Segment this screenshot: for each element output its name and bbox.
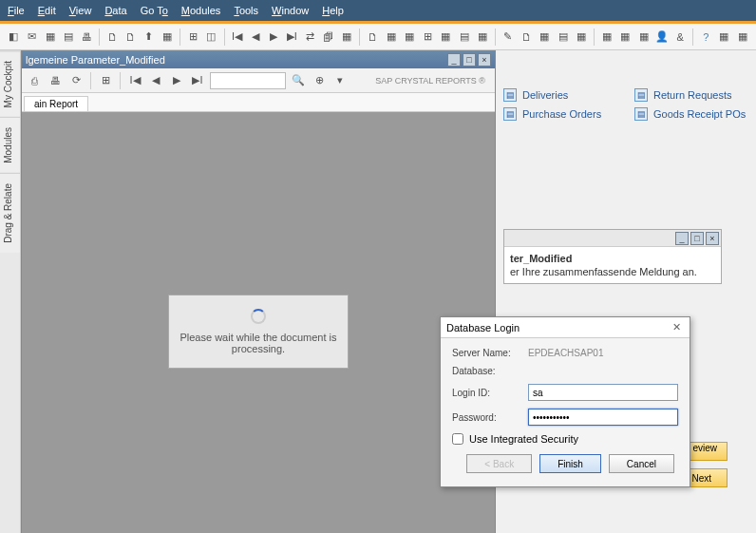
nav-prev-icon[interactable]: ◀ xyxy=(248,29,263,46)
toolbar-icon[interactable]: & xyxy=(672,29,688,46)
toolbar-icon[interactable]: ▤ xyxy=(456,29,471,46)
toolbar-icon[interactable]: ▦ xyxy=(160,29,175,46)
menu-help[interactable]: Help xyxy=(322,5,344,16)
link-return-requests[interactable]: ▤Return Requests xyxy=(634,88,747,102)
print-icon[interactable]: 🖶 xyxy=(47,72,64,89)
doc-icon: ▤ xyxy=(503,107,517,121)
refresh-icon[interactable]: ⟳ xyxy=(67,72,85,89)
close-icon[interactable]: × xyxy=(706,232,719,245)
link-purchase-orders[interactable]: ▤Purchase Orders xyxy=(503,107,615,121)
help-icon[interactable]: ? xyxy=(698,29,713,46)
toolbar-icon[interactable]: ▦ xyxy=(599,29,614,46)
toolbar-icon[interactable]: 🖶 xyxy=(79,29,94,46)
toolbar-icon[interactable]: ▦ xyxy=(735,29,750,46)
menu-data[interactable]: Data xyxy=(104,5,126,16)
zoom-icon[interactable]: ⊕ xyxy=(311,72,328,89)
back-button: < Back xyxy=(466,454,532,473)
toolbar-icon[interactable]: ▦ xyxy=(43,29,58,46)
database-login-dialog: Database Login ✕ Server Name: EPDEACHSAP… xyxy=(440,316,690,487)
close-icon[interactable]: × xyxy=(478,53,491,67)
menu-edit[interactable]: Edit xyxy=(38,5,56,16)
minimize-icon[interactable]: _ xyxy=(675,232,689,245)
toolbar-icon[interactable]: ◧ xyxy=(6,29,21,46)
tree-icon[interactable]: ⊞ xyxy=(97,72,114,89)
toolbar-icon[interactable]: ⬆ xyxy=(142,29,157,46)
dropdown-icon[interactable]: ▾ xyxy=(331,72,349,89)
menu-modules[interactable]: Modules xyxy=(181,5,221,16)
nav-next-icon[interactable]: ▶ xyxy=(168,72,185,89)
toolbar-icon[interactable]: ✉ xyxy=(24,29,39,46)
toolbar-icon[interactable]: 🗋 xyxy=(104,29,120,46)
toolbar-icon[interactable]: ◫ xyxy=(203,29,218,46)
nav-last-icon[interactable]: ▶I xyxy=(189,72,206,89)
toolbar-icon[interactable]: 🗋 xyxy=(519,29,534,46)
report-canvas: Please wait while the document is proces… xyxy=(22,112,495,533)
page-input[interactable] xyxy=(210,72,286,89)
side-tab-modules[interactable]: Modules xyxy=(0,117,20,173)
menu-file[interactable]: FFileile xyxy=(8,5,25,16)
report-tabs: ain Report xyxy=(22,93,495,112)
menu-tools[interactable]: Tools xyxy=(234,5,258,16)
password-input[interactable] xyxy=(528,409,678,426)
toolbar-icon[interactable]: ▦ xyxy=(402,29,417,46)
toolbar-icon[interactable]: ▦ xyxy=(574,29,589,46)
processing-text: Please wait while the document is proces… xyxy=(179,332,338,354)
toolbar-icon[interactable]: ▦ xyxy=(617,29,633,46)
sub-window: _ □ × ter_Modified er Ihre zusammenfasse… xyxy=(503,229,722,284)
nav-last-icon[interactable]: ▶I xyxy=(284,29,299,46)
processing-dialog: Please wait while the document is proces… xyxy=(168,295,349,369)
user-icon[interactable]: 👤 xyxy=(654,29,670,46)
doc-icon: ▤ xyxy=(503,88,517,102)
maximize-icon[interactable]: □ xyxy=(463,53,476,67)
toolbar-icon[interactable]: ▦ xyxy=(537,29,552,46)
menu-window[interactable]: Window xyxy=(272,5,309,16)
toolbar-icon[interactable]: ▦ xyxy=(635,29,651,46)
toolbar-icon[interactable]: ▦ xyxy=(438,29,453,46)
doc-icon: ▤ xyxy=(634,88,648,102)
nav-next-icon[interactable]: ▶ xyxy=(266,29,281,46)
main-toolbar: ◧ ✉ ▦ ▤ 🖶 🗋 🗋 ⬆ ▦ ⊞ ◫ I◀ ◀ ▶ ▶I ⇄ 🗐 ▦ 🗋 … xyxy=(0,24,756,50)
toolbar-icon[interactable]: ⊞ xyxy=(420,29,435,46)
toolbar-icon[interactable]: ▤ xyxy=(556,29,571,46)
login-input[interactable] xyxy=(528,384,678,401)
menu-bar: FFileile Edit View Data Go To Modules To… xyxy=(0,0,756,21)
report-titlebar[interactable]: lgemeine Parameter_Modified _ □ × xyxy=(22,51,495,68)
toolbar-icon[interactable]: ▦ xyxy=(383,29,398,46)
spinner-icon xyxy=(251,309,266,324)
nav-first-icon[interactable]: I◀ xyxy=(126,72,143,89)
right-pane: ▤Deliveries ▤Return Requests ▤Purchase O… xyxy=(503,88,747,121)
minimize-icon[interactable]: _ xyxy=(447,53,461,67)
side-tab-drag[interactable]: Drag & Relate xyxy=(0,173,20,253)
toolbar-icon[interactable]: 🗋 xyxy=(365,29,380,46)
password-label: Password: xyxy=(452,412,528,423)
finish-button[interactable]: Finish xyxy=(539,454,601,473)
toolbar-icon[interactable]: 🗋 xyxy=(123,29,138,46)
toolbar-icon[interactable]: ▤ xyxy=(61,29,76,46)
toolbar-icon[interactable]: ⇄ xyxy=(302,29,317,46)
link-goods-receipt[interactable]: ▤Goods Receipt POs xyxy=(634,107,747,121)
report-toolbar: ⎙ 🖶 ⟳ ⊞ I◀ ◀ ▶ ▶I 🔍 ⊕ ▾ SAP CRYSTAL REPO… xyxy=(22,68,495,93)
toolbar-icon[interactable]: ▦ xyxy=(339,29,354,46)
side-tab-cockpit[interactable]: My Cockpit xyxy=(0,50,20,117)
tab-main-report[interactable]: ain Report xyxy=(24,96,88,111)
close-icon[interactable]: ✕ xyxy=(669,320,684,335)
report-window: lgemeine Parameter_Modified _ □ × ⎙ 🖶 ⟳ … xyxy=(21,50,496,533)
side-tabs: My Cockpit Modules Drag & Relate xyxy=(0,50,21,533)
menu-goto[interactable]: Go To xyxy=(141,5,168,16)
link-deliveries[interactable]: ▤Deliveries xyxy=(503,88,615,102)
toolbar-icon[interactable]: ▦ xyxy=(475,29,490,46)
nav-first-icon[interactable]: I◀ xyxy=(229,29,244,46)
cancel-button[interactable]: Cancel xyxy=(609,454,674,473)
pencil-icon[interactable]: ✎ xyxy=(501,29,516,46)
report-title-text: lgemeine Parameter_Modified xyxy=(26,54,165,66)
dialog-titlebar[interactable]: Database Login ✕ xyxy=(441,317,690,338)
search-icon[interactable]: 🔍 xyxy=(290,72,307,89)
toolbar-icon[interactable]: ⊞ xyxy=(185,29,200,46)
toolbar-icon[interactable]: 🗐 xyxy=(321,29,336,46)
toolbar-icon[interactable]: ▦ xyxy=(716,29,731,46)
menu-view[interactable]: View xyxy=(69,5,92,16)
export-icon[interactable]: ⎙ xyxy=(26,72,43,89)
integrated-security-checkbox[interactable] xyxy=(452,433,463,445)
maximize-icon[interactable]: □ xyxy=(690,232,704,245)
nav-prev-icon[interactable]: ◀ xyxy=(147,72,164,89)
